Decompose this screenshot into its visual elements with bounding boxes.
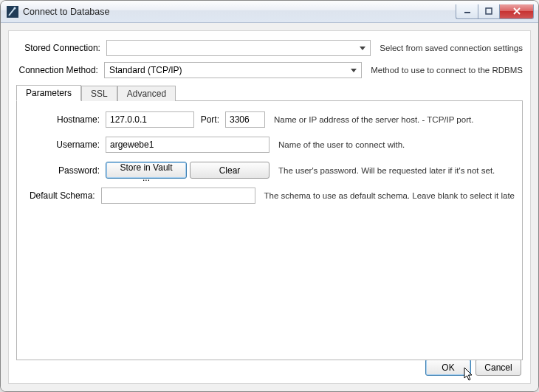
maximize-button[interactable] xyxy=(478,4,500,19)
stored-connection-desc: Select from saved connection settings xyxy=(380,44,523,52)
username-input[interactable] xyxy=(106,137,270,153)
clear-password-button[interactable]: Clear xyxy=(190,162,270,179)
connection-method-value: Standard (TCP/IP) xyxy=(109,65,351,75)
username-help: Name of the user to connect with. xyxy=(278,140,405,149)
connection-method-dropdown[interactable]: Standard (TCP/IP) xyxy=(104,62,362,78)
hostname-help: Name or IP address of the server host. -… xyxy=(274,115,473,124)
store-in-vault-button[interactable]: Store in Vault ... xyxy=(106,162,187,179)
port-label: Port: xyxy=(194,114,225,125)
tab-ssl[interactable]: SSL xyxy=(81,86,117,101)
app-icon xyxy=(7,6,18,18)
default-schema-row: Default Schema: The schema to use as def… xyxy=(24,188,515,204)
client-area: Stored Connection: Select from saved con… xyxy=(1,23,538,391)
tab-parameters[interactable]: Parameters xyxy=(16,85,81,101)
tab-body-parameters: Hostname: Port: Name or IP address of th… xyxy=(16,100,523,360)
svg-rect-3 xyxy=(486,8,492,14)
username-row: Username: Name of the user to connect wi… xyxy=(24,137,515,153)
titlebar[interactable]: Connect to Database xyxy=(1,1,538,23)
connection-method-label: Connection Method: xyxy=(16,65,104,75)
close-button[interactable] xyxy=(500,4,534,19)
default-schema-help: The schema to use as default schema. Lea… xyxy=(264,191,515,200)
password-label: Password: xyxy=(24,165,106,176)
hostname-row: Hostname: Port: Name or IP address of th… xyxy=(24,111,515,128)
password-help: The user's password. Will be requested l… xyxy=(278,166,495,175)
chevron-down-icon xyxy=(360,45,365,51)
connection-method-desc: Method to use to connect to the RDBMS xyxy=(371,66,523,75)
svg-rect-2 xyxy=(464,12,470,13)
stored-connection-label: Stored Connection: xyxy=(16,43,106,53)
tab-advanced[interactable]: Advanced xyxy=(117,86,176,101)
cancel-button[interactable]: Cancel xyxy=(476,359,521,376)
hostname-input[interactable] xyxy=(106,111,194,128)
dialog-footer: OK Cancel xyxy=(425,359,521,376)
stored-connection-dropdown[interactable] xyxy=(106,40,371,56)
svg-point-1 xyxy=(14,7,16,9)
tab-strip: Parameters SSL Advanced xyxy=(16,84,523,100)
chevron-down-icon xyxy=(351,67,357,73)
username-label: Username: xyxy=(24,140,106,150)
connection-method-row: Connection Method: Standard (TCP/IP) Met… xyxy=(16,62,523,78)
hostname-label: Hostname: xyxy=(24,114,106,125)
tabs-container: Parameters SSL Advanced Hostname: Port: … xyxy=(16,84,523,360)
ok-button[interactable]: OK xyxy=(425,359,471,376)
password-row: Password: Store in Vault ... Clear The u… xyxy=(24,162,515,179)
main-panel: Stored Connection: Select from saved con… xyxy=(8,30,531,384)
port-input[interactable] xyxy=(225,111,265,128)
default-schema-input[interactable] xyxy=(101,188,255,204)
minimize-button[interactable] xyxy=(456,4,478,19)
window-controls xyxy=(456,4,534,19)
window-title: Connect to Database xyxy=(23,7,456,17)
stored-connection-row: Stored Connection: Select from saved con… xyxy=(16,40,523,56)
default-schema-label: Default Schema: xyxy=(24,190,101,201)
dialog-window: Connect to Database Stored Connection: xyxy=(0,0,539,392)
